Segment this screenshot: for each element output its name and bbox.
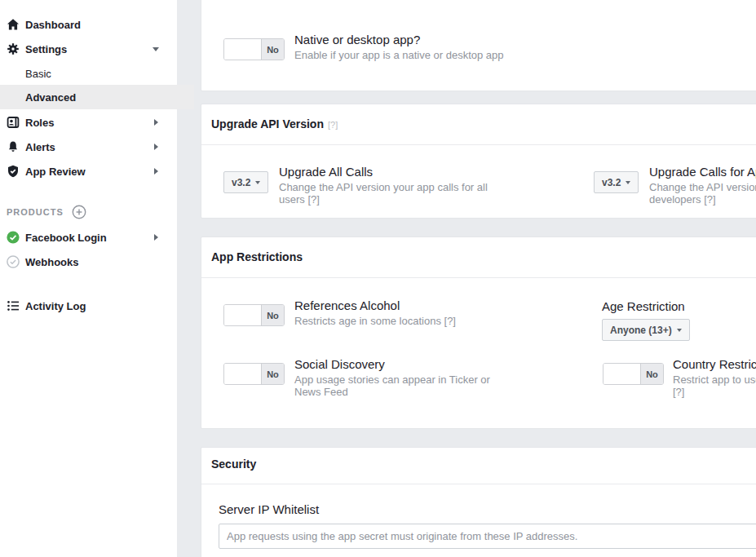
- toggle-state-label: No: [262, 364, 284, 384]
- chevron-down-icon: [153, 47, 159, 51]
- section-divider: [201, 144, 756, 145]
- section-title: Upgrade API Version: [211, 117, 324, 130]
- panel-security: Security Server IP Whitelist: [201, 447, 756, 557]
- upgrade-app-calls-setting: Upgrade Calls for App Change the API ver…: [649, 164, 756, 206]
- setting-description-line1: App usage stories can appear in Ticker o…: [294, 374, 490, 386]
- toggle-state-label: No: [262, 305, 284, 325]
- sidebar-item-app-review[interactable]: App Review: [0, 159, 177, 183]
- sidebar-item-roles[interactable]: Roles: [0, 110, 177, 135]
- sidebar-item-label: Activity Log: [25, 300, 86, 312]
- sidebar-item-label: Roles: [25, 117, 54, 129]
- toggle-knob: [224, 364, 262, 384]
- setting-description-line1: Change the API version your app calls fo…: [279, 181, 488, 193]
- products-section-header: PRODUCTS: [7, 200, 177, 224]
- sidebar-item-webhooks[interactable]: Webhooks: [0, 250, 177, 274]
- panel-app-type: No Native or desktop app? Enable if your…: [201, 0, 756, 91]
- gear-icon: [7, 42, 20, 55]
- setting-description-line1: Restrict app to use: [673, 374, 756, 386]
- toggle-knob: [603, 364, 641, 384]
- age-restriction-dropdown[interactable]: Anyone (13+): [602, 319, 690, 341]
- panel-app-restrictions: App Restrictions No References Alcohol R…: [201, 237, 756, 429]
- activity-log-list-icon: [7, 299, 20, 312]
- products-heading: PRODUCTS: [7, 207, 64, 217]
- chevron-down-icon: [677, 329, 682, 332]
- check-circle-active-icon: [7, 231, 20, 244]
- country-restricted-toggle[interactable]: No: [603, 363, 664, 385]
- upgrade-app-calls-version-dropdown[interactable]: v3.2: [594, 171, 639, 193]
- sidebar-item-basic[interactable]: Basic: [0, 61, 202, 86]
- setting-description-line2: [?]: [673, 386, 756, 398]
- setting-description-line1: Change the API version y: [649, 181, 756, 193]
- setting-title: References Alcohol: [294, 298, 456, 313]
- sidebar-item-label: Basic: [25, 68, 51, 80]
- sidebar-item-label: Dashboard: [25, 19, 81, 31]
- chevron-right-icon: [154, 119, 158, 126]
- sidebar-item-label: Webhooks: [25, 256, 79, 268]
- section-divider: [201, 484, 756, 484]
- sidebar-item-label: Settings: [25, 43, 67, 55]
- check-circle-inactive-icon: [7, 255, 20, 268]
- toggle-state-label: No: [641, 364, 663, 384]
- sidebar-item-dashboard[interactable]: Dashboard: [0, 12, 177, 37]
- social-discovery-setting: Social Discovery App usage stories can a…: [294, 356, 490, 398]
- roles-badge-icon: [7, 116, 20, 129]
- app-settings-page: Dashboard Settings Basic Advanced: [0, 0, 756, 557]
- setting-title: Native or desktop app?: [294, 32, 504, 47]
- dropdown-value: v3.2: [232, 177, 250, 188]
- home-icon: [7, 18, 20, 31]
- native-app-setting: Native or desktop app? Enable if your ap…: [294, 32, 504, 61]
- server-ip-whitelist-input[interactable]: [219, 524, 756, 549]
- server-ip-whitelist-label: Server IP Whitelist: [219, 502, 319, 516]
- native-app-toggle[interactable]: No: [223, 38, 285, 60]
- panel-upgrade-api-version: Upgrade API Version[?] v3.2 Upgrade All …: [201, 104, 756, 219]
- setting-title: Social Discovery: [294, 356, 490, 372]
- setting-title: Country Restrict: [673, 356, 756, 372]
- country-restricted-setting: Country Restrict Restrict app to use [?]: [673, 356, 756, 398]
- toggle-knob: [224, 305, 262, 325]
- dropdown-value: v3.2: [602, 177, 621, 188]
- sidebar-item-alerts[interactable]: Alerts: [0, 135, 177, 159]
- section-header: Upgrade API Version[?]: [211, 117, 338, 130]
- sidebar-item-activity-log[interactable]: Activity Log: [0, 294, 177, 318]
- references-alcohol-toggle[interactable]: No: [223, 304, 285, 326]
- section-header: Security: [211, 458, 256, 471]
- section-title: App Restrictions: [211, 250, 303, 263]
- sidebar-item-advanced[interactable]: Advanced: [0, 85, 194, 109]
- sidebar-item-label: Facebook Login: [25, 232, 107, 244]
- setting-title: Upgrade Calls for App: [649, 164, 756, 179]
- shield-check-icon: [7, 165, 20, 178]
- setting-description-line2: developers [?]: [649, 193, 756, 206]
- setting-description: Restricts age in some locations [?]: [294, 315, 456, 327]
- social-discovery-toggle[interactable]: No: [223, 363, 285, 385]
- setting-description-line2: users [?]: [279, 193, 488, 206]
- toggle-knob: [224, 39, 262, 60]
- dropdown-value: Anyone (13+): [610, 325, 672, 336]
- chevron-right-icon: [154, 144, 158, 150]
- setting-description: Enable if your app is a native or deskto…: [294, 49, 504, 61]
- section-header: App Restrictions: [211, 250, 303, 263]
- toggle-state-label: No: [262, 39, 284, 60]
- help-link[interactable]: [?]: [328, 120, 338, 130]
- section-divider: [201, 277, 756, 278]
- section-title: Security: [211, 458, 256, 471]
- setting-description-line2: News Feed: [294, 386, 490, 398]
- sidebar-item-label: Advanced: [25, 91, 76, 104]
- sidebar-item-settings[interactable]: Settings: [0, 37, 177, 61]
- chevron-down-icon: [626, 181, 630, 184]
- chevron-right-icon: [154, 234, 158, 241]
- sidebar-item-facebook-login[interactable]: Facebook Login: [0, 225, 177, 250]
- sidebar-item-label: Alerts: [25, 141, 55, 153]
- upgrade-all-calls-setting: Upgrade All Calls Change the API version…: [279, 164, 488, 206]
- add-product-button[interactable]: [72, 205, 86, 219]
- setting-title: Upgrade All Calls: [279, 164, 488, 179]
- chevron-down-icon: [255, 181, 260, 184]
- upgrade-all-calls-version-dropdown[interactable]: v3.2: [223, 171, 268, 193]
- chevron-right-icon: [154, 168, 158, 175]
- age-restriction-label: Age Restriction: [602, 299, 685, 313]
- bell-icon: [7, 140, 20, 153]
- sidebar: Dashboard Settings Basic Advanced: [0, 0, 177, 557]
- sidebar-item-label: App Review: [25, 166, 86, 178]
- references-alcohol-setting: References Alcohol Restricts age in some…: [294, 298, 456, 327]
